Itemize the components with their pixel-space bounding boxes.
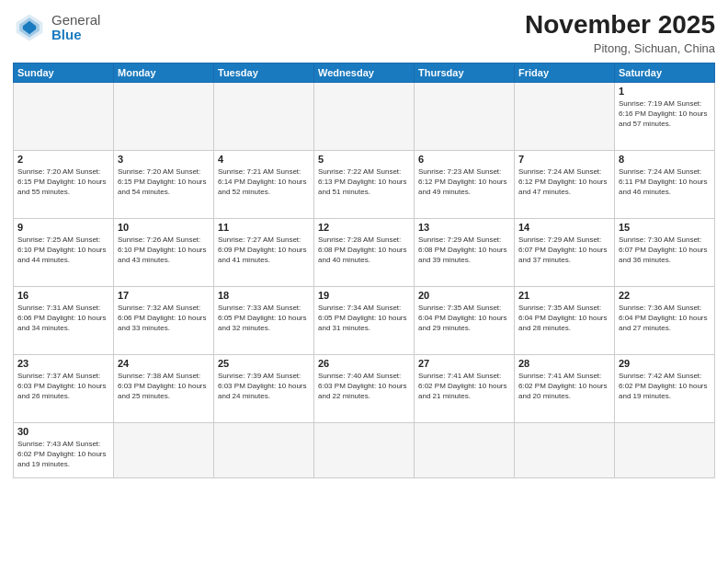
table-row: 15Sunrise: 7:30 AM Sunset: 6:07 PM Dayli… xyxy=(615,218,715,286)
cell-info: Sunrise: 7:35 AM Sunset: 6:04 PM Dayligh… xyxy=(518,303,610,334)
header: General Blue November 2025 Pitong, Sichu… xyxy=(13,11,715,55)
cell-info: Sunrise: 7:28 AM Sunset: 6:08 PM Dayligh… xyxy=(318,235,410,266)
day-number: 15 xyxy=(619,222,711,233)
table-row: 9Sunrise: 7:25 AM Sunset: 6:10 PM Daylig… xyxy=(14,218,114,286)
day-number: 20 xyxy=(418,290,510,301)
day-number: 1 xyxy=(619,86,711,97)
col-wednesday: Wednesday xyxy=(314,63,415,82)
table-row: 2Sunrise: 7:20 AM Sunset: 6:15 PM Daylig… xyxy=(14,150,114,218)
table-row: 29Sunrise: 7:42 AM Sunset: 6:02 PM Dayli… xyxy=(615,354,715,422)
cell-info: Sunrise: 7:27 AM Sunset: 6:09 PM Dayligh… xyxy=(218,235,310,266)
page: General Blue November 2025 Pitong, Sichu… xyxy=(0,0,728,563)
day-number: 4 xyxy=(218,154,310,165)
day-number: 24 xyxy=(118,358,210,369)
table-row: 6Sunrise: 7:23 AM Sunset: 6:12 PM Daylig… xyxy=(415,150,515,218)
calendar-header-row: Sunday Monday Tuesday Wednesday Thursday… xyxy=(14,63,715,82)
cell-info: Sunrise: 7:32 AM Sunset: 6:06 PM Dayligh… xyxy=(118,303,210,334)
table-row: 5Sunrise: 7:22 AM Sunset: 6:13 PM Daylig… xyxy=(314,150,415,218)
day-number: 2 xyxy=(17,154,109,165)
day-number: 28 xyxy=(518,358,610,369)
cell-info: Sunrise: 7:19 AM Sunset: 6:16 PM Dayligh… xyxy=(619,98,711,130)
location-subtitle: Pitong, Sichuan, China xyxy=(525,41,715,55)
day-number: 16 xyxy=(17,290,109,301)
cell-info: Sunrise: 7:21 AM Sunset: 6:14 PM Dayligh… xyxy=(218,167,310,198)
cell-info: Sunrise: 7:37 AM Sunset: 6:03 PM Dayligh… xyxy=(17,371,109,402)
table-row: 12Sunrise: 7:28 AM Sunset: 6:08 PM Dayli… xyxy=(314,218,415,286)
day-number: 13 xyxy=(418,222,510,233)
table-row: 25Sunrise: 7:39 AM Sunset: 6:03 PM Dayli… xyxy=(214,354,314,422)
table-row: 23Sunrise: 7:37 AM Sunset: 6:03 PM Dayli… xyxy=(14,354,114,422)
table-row: 4Sunrise: 7:21 AM Sunset: 6:14 PM Daylig… xyxy=(214,150,314,218)
table-row xyxy=(615,422,715,477)
col-tuesday: Tuesday xyxy=(214,63,314,82)
cell-info: Sunrise: 7:22 AM Sunset: 6:13 PM Dayligh… xyxy=(318,167,410,198)
table-row: 24Sunrise: 7:38 AM Sunset: 6:03 PM Dayli… xyxy=(114,354,214,422)
logo-blue: Blue xyxy=(51,27,82,42)
month-title: November 2025 xyxy=(525,11,715,40)
cell-info: Sunrise: 7:43 AM Sunset: 6:02 PM Dayligh… xyxy=(17,439,109,470)
cell-info: Sunrise: 7:20 AM Sunset: 6:15 PM Dayligh… xyxy=(118,167,210,198)
cell-info: Sunrise: 7:36 AM Sunset: 6:04 PM Dayligh… xyxy=(619,303,711,334)
table-row xyxy=(515,82,615,150)
day-number: 22 xyxy=(619,290,711,301)
day-number: 26 xyxy=(318,358,410,369)
table-row: 11Sunrise: 7:27 AM Sunset: 6:09 PM Dayli… xyxy=(214,218,314,286)
col-monday: Monday xyxy=(114,63,214,82)
day-number: 27 xyxy=(418,358,510,369)
table-row: 30Sunrise: 7:43 AM Sunset: 6:02 PM Dayli… xyxy=(14,422,114,477)
table-row: 16Sunrise: 7:31 AM Sunset: 6:06 PM Dayli… xyxy=(14,286,114,354)
day-number: 11 xyxy=(218,222,310,233)
day-number: 6 xyxy=(418,154,510,165)
day-number: 17 xyxy=(118,290,210,301)
day-number: 25 xyxy=(218,358,310,369)
table-row: 3Sunrise: 7:20 AM Sunset: 6:15 PM Daylig… xyxy=(114,150,214,218)
table-row: 10Sunrise: 7:26 AM Sunset: 6:10 PM Dayli… xyxy=(114,218,214,286)
day-number: 14 xyxy=(518,222,610,233)
day-number: 5 xyxy=(318,154,410,165)
logo-general: General xyxy=(51,12,100,28)
cell-info: Sunrise: 7:23 AM Sunset: 6:12 PM Dayligh… xyxy=(418,167,510,198)
day-number: 10 xyxy=(118,222,210,233)
cell-info: Sunrise: 7:38 AM Sunset: 6:03 PM Dayligh… xyxy=(118,371,210,402)
table-row: 18Sunrise: 7:33 AM Sunset: 6:05 PM Dayli… xyxy=(214,286,314,354)
cell-info: Sunrise: 7:20 AM Sunset: 6:15 PM Dayligh… xyxy=(17,167,109,198)
table-row xyxy=(114,82,214,150)
table-row: 21Sunrise: 7:35 AM Sunset: 6:04 PM Dayli… xyxy=(515,286,615,354)
day-number: 8 xyxy=(619,154,711,165)
table-row: 1Sunrise: 7:19 AM Sunset: 6:16 PM Daylig… xyxy=(615,82,715,150)
cell-info: Sunrise: 7:39 AM Sunset: 6:03 PM Dayligh… xyxy=(218,371,310,402)
logo-icon xyxy=(13,11,46,44)
cell-info: Sunrise: 7:40 AM Sunset: 6:03 PM Dayligh… xyxy=(318,371,410,402)
logo: General Blue xyxy=(13,11,100,44)
cell-info: Sunrise: 7:24 AM Sunset: 6:11 PM Dayligh… xyxy=(619,167,711,198)
table-row: 17Sunrise: 7:32 AM Sunset: 6:06 PM Dayli… xyxy=(114,286,214,354)
table-row xyxy=(214,422,314,477)
calendar: Sunday Monday Tuesday Wednesday Thursday… xyxy=(13,63,715,478)
table-row: 27Sunrise: 7:41 AM Sunset: 6:02 PM Dayli… xyxy=(415,354,515,422)
day-number: 9 xyxy=(17,222,109,233)
cell-info: Sunrise: 7:33 AM Sunset: 6:05 PM Dayligh… xyxy=(218,303,310,334)
table-row xyxy=(415,82,515,150)
day-number: 7 xyxy=(518,154,610,165)
cell-info: Sunrise: 7:24 AM Sunset: 6:12 PM Dayligh… xyxy=(518,167,610,198)
table-row: 20Sunrise: 7:35 AM Sunset: 6:04 PM Dayli… xyxy=(415,286,515,354)
day-number: 19 xyxy=(318,290,410,301)
cell-info: Sunrise: 7:30 AM Sunset: 6:07 PM Dayligh… xyxy=(619,235,711,266)
table-row: 13Sunrise: 7:29 AM Sunset: 6:08 PM Dayli… xyxy=(415,218,515,286)
cell-info: Sunrise: 7:41 AM Sunset: 6:02 PM Dayligh… xyxy=(518,371,610,402)
day-number: 23 xyxy=(17,358,109,369)
cell-info: Sunrise: 7:26 AM Sunset: 6:10 PM Dayligh… xyxy=(118,235,210,266)
table-row: 14Sunrise: 7:29 AM Sunset: 6:07 PM Dayli… xyxy=(515,218,615,286)
logo-text: General Blue xyxy=(51,13,100,43)
cell-info: Sunrise: 7:29 AM Sunset: 6:08 PM Dayligh… xyxy=(418,235,510,266)
table-row: 28Sunrise: 7:41 AM Sunset: 6:02 PM Dayli… xyxy=(515,354,615,422)
col-sunday: Sunday xyxy=(14,63,114,82)
table-row: 22Sunrise: 7:36 AM Sunset: 6:04 PM Dayli… xyxy=(615,286,715,354)
cell-info: Sunrise: 7:25 AM Sunset: 6:10 PM Dayligh… xyxy=(17,235,109,266)
table-row: 19Sunrise: 7:34 AM Sunset: 6:05 PM Dayli… xyxy=(314,286,415,354)
cell-info: Sunrise: 7:42 AM Sunset: 6:02 PM Dayligh… xyxy=(619,371,711,402)
table-row: 8Sunrise: 7:24 AM Sunset: 6:11 PM Daylig… xyxy=(615,150,715,218)
title-block: November 2025 Pitong, Sichuan, China xyxy=(525,11,715,55)
table-row xyxy=(314,422,415,477)
table-row xyxy=(415,422,515,477)
